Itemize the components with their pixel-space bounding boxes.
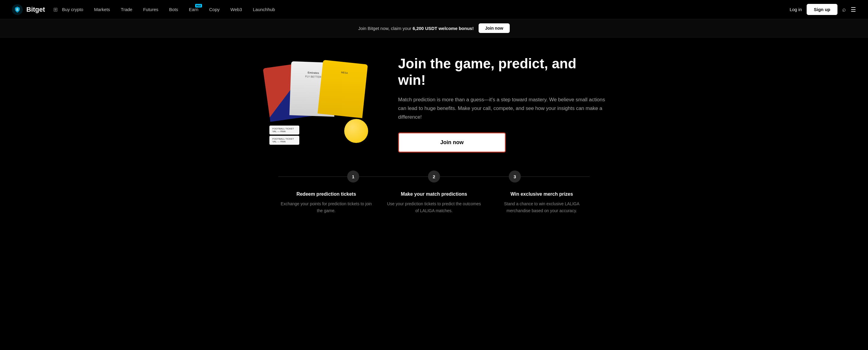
nav-item-trade[interactable]: Trade (117, 4, 137, 14)
ticket-1: FOOTBALL TICKETVAL — RMA (269, 125, 299, 135)
nav-item-copy[interactable]: Copy (205, 4, 224, 14)
hero-description: Match prediction is more than a guess—it… (398, 95, 608, 122)
search-icon-button[interactable]: ⌕ (842, 6, 846, 13)
search-icon: ⌕ (842, 6, 846, 12)
step-3-desc: Stand a chance to win exclusive LALIGA m… (494, 201, 590, 214)
steps-content: Redeem prediction tickets Exchange your … (254, 192, 614, 214)
nav-item-markets[interactable]: Markets (90, 4, 114, 14)
jersey-group: Emirates FLY BETTER MESA FOOTBALL TICKET… (260, 56, 374, 152)
step-3: Win exclusive merch prizes Stand a chanc… (488, 192, 596, 214)
step-1-dot: 1 (347, 171, 359, 182)
signup-button[interactable]: Sign up (807, 4, 837, 15)
step-1-title: Redeem prediction tickets (296, 192, 356, 197)
step-2: Make your match predictions Use your pre… (380, 192, 488, 214)
timeline-line-2 (359, 176, 428, 177)
hero-section: Emirates FLY BETTER MESA FOOTBALL TICKET… (0, 37, 868, 165)
step-3-dot: 3 (509, 171, 521, 182)
football-ball (344, 119, 368, 143)
step-1-desc: Exchange your points for prediction tick… (278, 201, 374, 214)
timeline-line-3 (440, 176, 509, 177)
navbar: B Bitget ⊞ Buy crypto Markets Trade Futu… (0, 0, 868, 19)
step-2-dot: 2 (428, 171, 440, 182)
nav-item-launchhub[interactable]: Launchhub (249, 4, 279, 14)
grid-icon[interactable]: ⊞ (53, 6, 58, 13)
menu-icon-button[interactable]: ☰ (850, 6, 856, 13)
logo-area[interactable]: B Bitget (12, 4, 45, 15)
banner-join-button[interactable]: Join now (478, 23, 510, 33)
step-3-title: Win exclusive merch prizes (510, 192, 573, 197)
ticket-area: FOOTBALL TICKETVAL — RMA FOOTBALL TICKET… (269, 125, 299, 146)
hero-image: Emirates FLY BETTER MESA FOOTBALL TICKET… (260, 56, 374, 152)
hot-badge: Hot (195, 4, 202, 7)
hero-content: Join the game, predict, and win! Match p… (398, 55, 608, 152)
steps-timeline: 1 2 3 (254, 171, 614, 182)
jersey-yellow: MESA (317, 60, 368, 118)
hero-title: Join the game, predict, and win! (398, 55, 608, 88)
banner-text: Join Bitget now, claim your 6,200 USDT w… (358, 26, 474, 31)
brand-name: Bitget (26, 6, 45, 13)
nav-item-buy-crypto[interactable]: Buy crypto (58, 4, 87, 14)
hamburger-icon: ☰ (850, 6, 856, 13)
nav-links: Buy crypto Markets Trade Futures Bots Ea… (58, 4, 789, 14)
nav-item-futures[interactable]: Futures (139, 4, 162, 14)
timeline-line-4 (521, 176, 590, 177)
step-2-title: Make your match predictions (401, 192, 467, 197)
promo-banner: Join Bitget now, claim your 6,200 USDT w… (0, 19, 868, 37)
nav-item-earn[interactable]: Earn Hot (185, 4, 203, 14)
nav-right: Log in Sign up ⌕ ☰ (789, 4, 856, 15)
login-button[interactable]: Log in (789, 7, 802, 12)
step-2-desc: Use your prediction tickets to predict t… (386, 201, 482, 214)
timeline-line-1 (278, 176, 347, 177)
svg-text:B: B (16, 8, 18, 11)
hero-join-button[interactable]: Join now (398, 133, 506, 152)
nav-item-bots[interactable]: Bots (165, 4, 182, 14)
step-1: Redeem prediction tickets Exchange your … (272, 192, 380, 214)
ticket-2: FOOTBALL TICKETVAL — RMA (269, 136, 299, 145)
nav-item-web3[interactable]: Web3 (226, 4, 246, 14)
bitget-logo: B (12, 4, 23, 15)
steps-section: 1 2 3 Redeem prediction tickets Exchange… (0, 165, 868, 232)
